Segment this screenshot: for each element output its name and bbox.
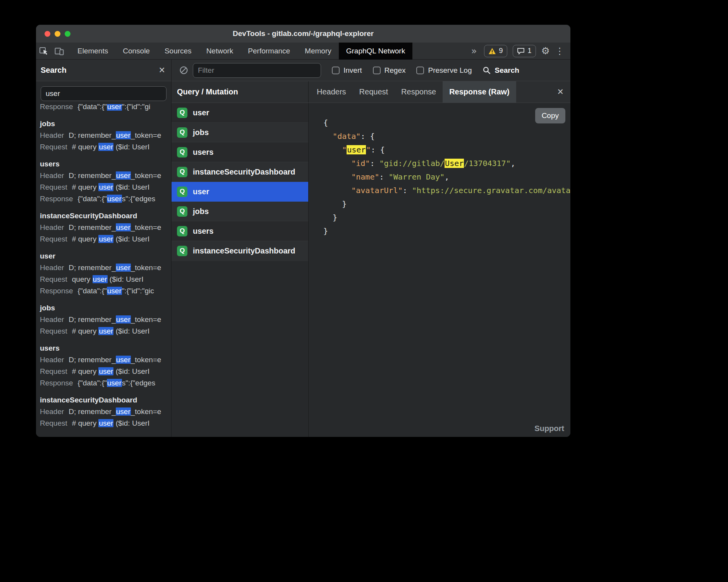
result-row-label: Header: [40, 407, 64, 416]
query-label: users: [193, 148, 213, 157]
copy-button[interactable]: Copy: [535, 108, 565, 123]
tab-console[interactable]: Console: [115, 43, 157, 60]
search-result-row[interactable]: HeaderD; remember_user_token=e: [40, 354, 171, 366]
query-list-item[interactable]: Qjobs: [172, 202, 308, 221]
result-row-text: D; remember_user_token=e: [69, 223, 161, 231]
search-result-group-title: users: [40, 342, 171, 354]
devtools-toolbar: ElementsConsoleSourcesNetworkPerformance…: [36, 43, 570, 60]
checkbox-label: Preserve Log: [428, 66, 472, 75]
search-result-row[interactable]: HeaderD; remember_user_token=e: [40, 406, 171, 418]
detail-tab-request[interactable]: Request: [353, 81, 395, 103]
result-row-label: Response: [40, 287, 73, 295]
clear-log-icon[interactable]: [179, 66, 188, 75]
toolbar-actions: » 9 1 ⚙ ⋮: [470, 43, 570, 60]
close-detail-panel-icon[interactable]: ×: [557, 87, 563, 97]
more-tabs-icon[interactable]: »: [470, 43, 479, 60]
search-input[interactable]: [41, 86, 167, 101]
result-row-text: # query user ($id: UserI: [72, 419, 150, 427]
query-list-item[interactable]: Quser: [172, 103, 308, 123]
kebab-menu-icon[interactable]: ⋮: [555, 46, 564, 56]
response-detail-panel: Copy { "data": { "user": { "id": "gid://…: [309, 103, 570, 437]
result-row-text: query user ($id: UserI: [72, 275, 144, 283]
checkbox-preserve-log[interactable]: Preserve Log: [416, 66, 472, 75]
search-result-row[interactable]: HeaderD; remember_user_token=e: [40, 314, 171, 325]
tab-performance[interactable]: Performance: [240, 43, 297, 60]
query-type-badge: Q: [177, 147, 187, 157]
search-result-row[interactable]: HeaderD; remember_user_token=e: [40, 170, 171, 181]
query-list[interactable]: QuserQjobsQusersQinstanceSecurityDashboa…: [172, 103, 309, 437]
query-list-item[interactable]: Qusers: [172, 221, 308, 241]
checkbox-invert[interactable]: Invert: [332, 66, 362, 75]
message-count: 1: [528, 47, 532, 55]
tab-graphql-network[interactable]: GraphQL Network: [339, 43, 412, 60]
search-result-group: instanceSecurityDashboardHeaderD; rememb…: [40, 394, 171, 429]
result-row-text: # query user ($id: UserI: [72, 143, 150, 151]
checkbox-box[interactable]: [373, 67, 381, 74]
result-row-label: Request: [40, 327, 67, 335]
search-result-row[interactable]: Request# query user ($id: UserI: [40, 141, 171, 153]
code-line: {: [323, 116, 570, 130]
query-list-item[interactable]: Quser: [172, 182, 308, 202]
checkbox-box[interactable]: [416, 67, 424, 74]
close-window-button[interactable]: [45, 31, 50, 37]
search-result-row[interactable]: Request# query user ($id: UserI: [40, 325, 171, 337]
checkbox-regex[interactable]: Regex: [373, 66, 406, 75]
filter-checkboxes: InvertRegexPreserve Log: [332, 66, 472, 75]
messages-badge[interactable]: 1: [513, 45, 536, 57]
search-result-row[interactable]: HeaderD; remember_user_token=e: [40, 222, 171, 233]
search-result-row[interactable]: Requestquery user ($id: UserI: [40, 274, 171, 285]
search-input-row: [36, 81, 171, 104]
tab-sources[interactable]: Sources: [157, 43, 199, 60]
devtools-tabs: ElementsConsoleSourcesNetworkPerformance…: [70, 43, 412, 60]
query-type-badge: Q: [177, 206, 187, 217]
search-result-row[interactable]: Request# query user ($id: UserI: [40, 366, 171, 377]
minimize-window-button[interactable]: [55, 31, 60, 37]
network-search-button[interactable]: Search: [482, 66, 519, 75]
query-list-item[interactable]: Qjobs: [172, 123, 308, 142]
result-row-text: D; remember_user_token=e: [69, 315, 161, 324]
search-result-row[interactable]: Request# query user ($id: UserI: [40, 233, 171, 245]
search-result-row[interactable]: Response{"data":{"users":{"edges: [40, 193, 171, 205]
search-result-row[interactable]: Response{"data":{"users":{"edges: [40, 377, 171, 389]
search-result-row[interactable]: Response{"data":{"user":{"id":"gi: [40, 104, 171, 113]
network-filter-bar: InvertRegexPreserve Log Search: [172, 60, 570, 81]
result-row-label: Header: [40, 315, 64, 324]
result-row-label: Header: [40, 131, 64, 139]
close-search-panel-icon[interactable]: ×: [159, 65, 165, 75]
search-result-row[interactable]: HeaderD; remember_user_token=e: [40, 130, 171, 141]
panel-header-band: Query / Mutation HeadersRequestResponseR…: [172, 81, 570, 103]
search-result-row[interactable]: HeaderD; remember_user_token=e: [40, 262, 171, 274]
tab-elements[interactable]: Elements: [70, 43, 115, 60]
search-result-row[interactable]: Request# query user ($id: UserI: [40, 181, 171, 193]
search-result-group-title: instanceSecurityDashboard: [40, 394, 171, 406]
search-result-row[interactable]: Response{"data":{"user":{"id":"gic: [40, 285, 171, 297]
devtools-window: DevTools - gitlab.com/-/graphql-explorer…: [36, 25, 570, 437]
device-toolbar-icon[interactable]: [52, 43, 67, 60]
window-title: DevTools - gitlab.com/-/graphql-explorer: [36, 29, 570, 38]
tab-network[interactable]: Network: [199, 43, 241, 60]
query-list-item[interactable]: Qusers: [172, 142, 308, 162]
search-result-group-title: instanceSecurityDashboard: [40, 210, 171, 222]
result-row-label: Header: [40, 264, 64, 272]
warnings-badge[interactable]: 9: [484, 45, 507, 57]
zoom-window-button[interactable]: [65, 31, 70, 37]
detail-tab-headers[interactable]: Headers: [310, 81, 353, 103]
query-label: jobs: [193, 128, 209, 137]
search-result-row[interactable]: Request# query user ($id: UserI: [40, 418, 171, 429]
tab-memory[interactable]: Memory: [297, 43, 339, 60]
settings-gear-icon[interactable]: ⚙: [541, 45, 550, 56]
result-row-text: # query user ($id: UserI: [72, 183, 150, 191]
filter-input[interactable]: [193, 63, 321, 78]
search-panel-header: Search ×: [36, 60, 171, 81]
search-results[interactable]: Response{"data":{"user":{"id":"gijobsHea…: [36, 104, 171, 437]
detail-tab-response[interactable]: Response: [395, 81, 443, 103]
query-list-item[interactable]: QinstanceSecurityDashboard: [172, 162, 308, 182]
result-row-text: {"data":{"users":{"edges: [78, 379, 156, 387]
query-list-item[interactable]: QinstanceSecurityDashboard: [172, 241, 308, 261]
support-link[interactable]: Support: [534, 424, 564, 433]
detail-tab-response-raw[interactable]: Response (Raw): [443, 81, 516, 103]
inspect-element-icon[interactable]: [36, 43, 52, 60]
checkbox-box[interactable]: [332, 67, 340, 74]
search-result-group: jobsHeaderD; remember_user_token=eReques…: [40, 118, 171, 153]
message-bubble-icon: [517, 48, 525, 55]
